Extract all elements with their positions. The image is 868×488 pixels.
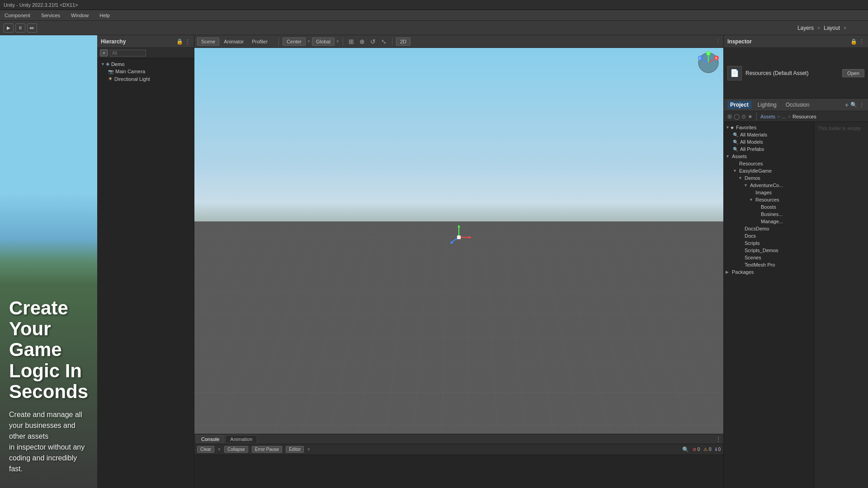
scene-tab[interactable]: Scene xyxy=(197,38,219,46)
menu-item-services[interactable]: Services xyxy=(38,12,63,19)
tree-all-materials[interactable]: 🔍 All Materials xyxy=(724,131,814,138)
inspector-content: 📄 Resources (Default Asset) Open xyxy=(724,48,868,98)
favorites-header[interactable]: ▼ ★ Favorites xyxy=(724,124,814,131)
hierarchy-item-demo[interactable]: ▼ ◈ Demo xyxy=(97,60,194,68)
title-text: Unity - Unity 2022.3.21f1 <DX11> xyxy=(4,2,78,8)
breadcrumb-resources[interactable]: Resources xyxy=(793,114,816,119)
console-more-icon[interactable]: ⋮ xyxy=(715,436,722,443)
tree-boosts[interactable]: Boosts xyxy=(724,203,814,211)
breadcrumb-assets[interactable]: Assets xyxy=(760,114,775,119)
svg-marker-3 xyxy=(469,236,472,239)
console-tab-console[interactable]: Console xyxy=(196,435,224,443)
animator-tab[interactable]: Animator xyxy=(220,38,247,46)
console-tab-animation[interactable]: Animation xyxy=(225,435,257,443)
tree-business[interactable]: Busines... xyxy=(724,211,814,218)
project-more-icon[interactable]: ⋮ xyxy=(859,102,864,108)
hierarchy-add-button[interactable]: + xyxy=(100,49,108,56)
menu-item-component[interactable]: Component xyxy=(2,12,33,19)
hierarchy-search[interactable] xyxy=(110,50,146,56)
hierarchy-content: ▼ ◈ Demo 📷 Main Camera ☀ Directional Lig… xyxy=(97,58,194,488)
lock-view-icon[interactable]: ⊙ xyxy=(741,113,746,120)
menu-item-help[interactable]: Help xyxy=(97,12,113,19)
tree-resources[interactable]: Resources xyxy=(724,160,814,167)
hierarchy-item-camera[interactable]: 📷 Main Camera xyxy=(97,68,194,75)
hierarchy-title: Hierarchy xyxy=(101,38,126,45)
hierarchy-demo-label: Demo xyxy=(111,61,124,67)
hierarchy-menu-icon[interactable]: ⋮ xyxy=(185,38,190,45)
svg-marker-1 xyxy=(458,225,460,227)
tree-all-models[interactable]: 🔍 All Models xyxy=(724,138,814,145)
collapse-button[interactable]: Collapse xyxy=(224,446,248,453)
svg-text:X: X xyxy=(715,56,717,60)
center-panel: Scene Animator Profiler Center ▾ Global … xyxy=(194,35,723,488)
tree-easyidlegame[interactable]: ▼ EasyIdleGame xyxy=(724,167,814,174)
tree-manage[interactable]: Manage... xyxy=(724,218,814,225)
tree-adventureco[interactable]: ▼ AdventureCo... xyxy=(724,182,814,189)
main-layout: Create Your GameLogic In Seconds Create … xyxy=(0,35,868,488)
star-icon[interactable]: ★ xyxy=(748,113,753,120)
create-icon[interactable]: ⊞ xyxy=(727,113,732,120)
top-toolbar: ▶ ⏸ ⏭ Layers ▾ Layout ▾ xyxy=(0,21,868,35)
clear-button[interactable]: Clear xyxy=(197,446,214,453)
global-dropdown[interactable]: Global xyxy=(312,38,335,46)
assets-root-header[interactable]: ▼ Assets xyxy=(724,153,814,160)
tree-scenes[interactable]: Scenes xyxy=(724,254,814,261)
project-add-icon[interactable]: + xyxy=(845,101,849,108)
tree-packages[interactable]: ▶ Packages xyxy=(724,268,814,276)
profiler-tab[interactable]: Profiler xyxy=(248,38,271,46)
inspector-lock-icon[interactable]: 🔒 xyxy=(850,38,857,45)
scale-icon[interactable]: ⤡ xyxy=(379,37,388,46)
tree-images[interactable]: Images xyxy=(724,189,814,196)
tree-docsdemo[interactable]: DocsDemo xyxy=(724,225,814,232)
warn-count-badge: ⚠ 0 xyxy=(703,447,711,452)
error-count-badge: ⊘ 0 xyxy=(693,447,700,452)
hierarchy-light-label: Directional Light xyxy=(114,76,150,82)
console-content xyxy=(194,455,723,488)
project-panel: Project Lighting Occlusion + 🔍 ⋮ ⊞ ◯ ⊙ ★ xyxy=(724,99,868,488)
layout-label[interactable]: Layout xyxy=(824,25,840,31)
grid-icon[interactable]: ⊞ xyxy=(347,37,356,46)
tree-scripts[interactable]: Scripts xyxy=(724,239,814,247)
step-button[interactable]: ⏭ xyxy=(27,23,37,33)
project-tab-occlusion[interactable]: Occlusion xyxy=(783,101,812,109)
tree-demos[interactable]: ▼ Demos xyxy=(724,174,814,182)
hierarchy-item-light[interactable]: ☀ Directional Light xyxy=(97,75,194,83)
layers-label[interactable]: Layers xyxy=(797,25,814,31)
editor-button[interactable]: Editor xyxy=(286,446,304,453)
project-search-icon[interactable]: 🔍 xyxy=(850,102,857,108)
find-icon[interactable]: ◯ xyxy=(734,113,740,120)
scene-viewport: X Y Z xyxy=(194,48,723,434)
scene-orientation-gizmo: X Y Z xyxy=(697,52,720,74)
hierarchy-camera-label: Main Camera xyxy=(115,69,145,74)
overlay-description: Create and manage all your businesses an… xyxy=(9,409,88,474)
project-tab-lighting[interactable]: Lighting xyxy=(755,101,779,109)
play-button[interactable]: ▶ xyxy=(4,23,14,33)
breadcrumb-ellipsis[interactable]: ... xyxy=(782,114,786,119)
transform-gizmo xyxy=(445,224,472,252)
inspector-panel: Inspector 🔒 ⋮ 📄 Resources (Default Asset… xyxy=(724,35,868,99)
tree-all-prefabs[interactable]: 🔍 All Prefabs xyxy=(724,145,814,153)
error-pause-button[interactable]: Error Pause xyxy=(252,446,282,453)
pause-button[interactable]: ⏸ xyxy=(15,23,25,33)
tree-textmesh[interactable]: TextMesh Pro xyxy=(724,261,814,268)
tree-scripts-demos[interactable]: Scripts_Demos xyxy=(724,247,814,254)
asset-icon: 📄 xyxy=(727,66,742,80)
inspector-open-button[interactable]: Open xyxy=(842,69,864,77)
move-icon[interactable]: ⊕ xyxy=(358,37,367,46)
menu-item-window[interactable]: Window xyxy=(68,12,91,19)
project-breadcrumb-bar: ⊞ ◯ ⊙ ★ Assets > ... > Resources xyxy=(724,111,868,122)
project-tab-project[interactable]: Project xyxy=(727,101,751,109)
title-bar: Unity - Unity 2022.3.21f1 <DX11> xyxy=(0,0,868,10)
center-dropdown[interactable]: Center xyxy=(283,38,306,46)
inspector-more-icon[interactable]: ⋮ xyxy=(859,38,864,45)
scene-more-icon[interactable]: ⋮ xyxy=(716,38,721,44)
rotate-icon[interactable]: ↺ xyxy=(368,37,377,46)
info-count-badge: ℹ 0 xyxy=(715,447,721,452)
console-tabs: Console Animation ⋮ xyxy=(194,434,723,444)
mode-2d-btn[interactable]: 2D xyxy=(396,38,410,46)
tree-resources-nested[interactable]: ▼ Resources xyxy=(724,196,814,203)
scene-grid xyxy=(194,221,723,434)
hierarchy-header: Hierarchy 🔒 ⋮ xyxy=(97,35,194,48)
tree-docs[interactable]: Docs xyxy=(724,232,814,239)
breadcrumb: Assets > ... > Resources xyxy=(760,114,816,119)
